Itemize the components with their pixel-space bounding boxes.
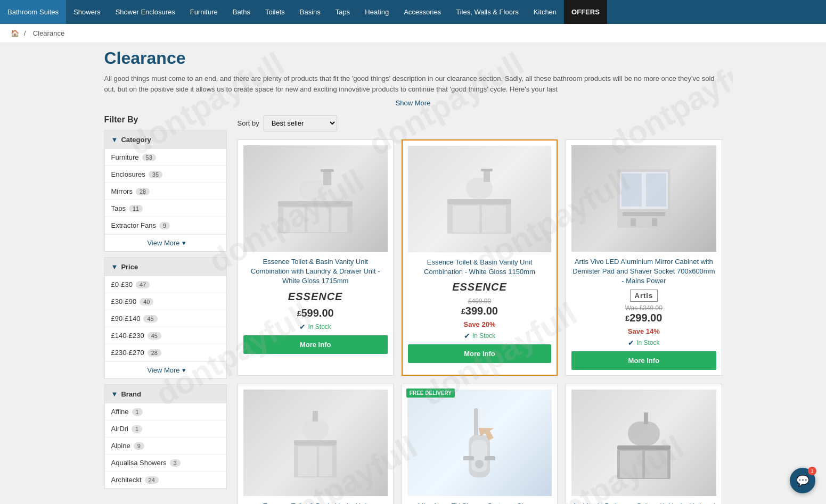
svg-rect-11 <box>482 205 506 233</box>
free-delivery-badge-5: FREE DELIVERY <box>406 389 455 398</box>
filter-section-category: ▼ Category Furniture 53 Enclosures 35 Mi… <box>104 130 227 252</box>
brand-item-alpine[interactable]: Alpine 9 <box>105 437 226 455</box>
product-title-2[interactable]: Essence Toilet & Basin Vanity Unit Combi… <box>408 258 551 277</box>
product-image-6 <box>571 390 716 496</box>
product-was-price-3: Was £349.00 <box>571 304 716 312</box>
more-info-button-3[interactable]: More Info <box>571 351 716 370</box>
svg-point-31 <box>475 460 484 468</box>
svg-rect-38 <box>628 422 660 445</box>
brand-item-architeckt[interactable]: Architeckt 24 <box>105 472 226 489</box>
svg-rect-24 <box>298 447 317 476</box>
product-was-price-2: £499.00 <box>408 298 551 305</box>
chat-badge: 1 <box>808 467 816 475</box>
nav-offers[interactable]: OFFERS <box>564 0 607 24</box>
nav-basins[interactable]: Basins <box>292 0 328 24</box>
more-info-button-1[interactable]: More Info <box>243 335 388 354</box>
products-area: Sort by Best seller Price low to high Pr… <box>238 115 722 504</box>
nav-accessories[interactable]: Accessories <box>396 0 448 24</box>
svg-rect-0 <box>278 201 353 206</box>
breadcrumb-current: Clearance <box>33 29 64 37</box>
nav-toilets[interactable]: Toilets <box>258 0 292 24</box>
price-item-90-140[interactable]: £90-£140 45 <box>105 310 226 327</box>
nav-showers[interactable]: Showers <box>66 0 108 24</box>
category-item-enclosures[interactable]: Enclosures 35 <box>105 166 226 183</box>
product-brand-2: ESSENCE <box>408 281 551 293</box>
brand-label: Brand <box>121 390 141 398</box>
chat-icon: 💬 <box>796 474 809 487</box>
brand-item-affine[interactable]: Affine 1 <box>105 403 226 420</box>
page-description: All good things must come to an end, and… <box>104 73 722 94</box>
product-image-2 <box>408 146 551 252</box>
show-more-link[interactable]: Show More <box>396 99 431 107</box>
svg-rect-7 <box>321 169 334 172</box>
svg-rect-19 <box>623 212 665 216</box>
category-item-taps[interactable]: Taps 11 <box>105 200 226 217</box>
price-item-0-30[interactable]: £0-£30 47 <box>105 276 226 293</box>
breadcrumb-home-link[interactable]: 🏠 <box>11 29 19 37</box>
nav-heating[interactable]: Heating <box>357 0 396 24</box>
sort-label: Sort by <box>238 119 259 127</box>
svg-rect-10 <box>453 205 479 233</box>
more-info-button-2[interactable]: More Info <box>408 344 551 363</box>
product-title-6[interactable]: Architeckt Bathroom Suite with Vanity Un… <box>571 501 716 504</box>
filter-section-brand-header[interactable]: ▼ Brand <box>105 385 226 403</box>
category-view-more-button[interactable]: View More ▾ <box>105 234 226 251</box>
product-title-4[interactable]: Essence Toilet & Basin Vanity Unit Combi… <box>243 501 388 504</box>
product-card-3: Artis Vivo LED Aluminium Mirror Cabinet … <box>566 139 722 376</box>
check-icon-2: ✔ <box>464 332 470 340</box>
svg-rect-2 <box>283 208 305 232</box>
category-item-extractor[interactable]: Extractor Fans 9 <box>105 217 226 234</box>
product-card-6: Architeckt Bathroom Suite with Vanity Un… <box>566 384 722 504</box>
svg-rect-20 <box>631 218 636 226</box>
sort-select[interactable]: Best seller Price low to high Price high… <box>264 115 337 131</box>
sort-bar: Sort by Best seller Price low to high Pr… <box>238 115 722 131</box>
breadcrumb-separator: / <box>24 29 28 37</box>
product-price-area-3: Was £349.00 £299.00 <box>571 304 716 324</box>
category-item-mirrors[interactable]: Mirrors 28 <box>105 183 226 200</box>
nav-tiles[interactable]: Tiles, Walls & Floors <box>448 0 526 24</box>
svg-rect-22 <box>294 440 337 445</box>
svg-rect-3 <box>307 208 329 232</box>
category-label: Category <box>121 136 151 144</box>
svg-rect-18 <box>646 173 666 206</box>
price-view-more-button[interactable]: View More ▾ <box>105 361 226 378</box>
brand-item-airdri[interactable]: AirDri 1 <box>105 420 226 437</box>
filter-section-category-header[interactable]: ▼ Category <box>105 130 226 149</box>
price-item-230-270[interactable]: £230-£270 28 <box>105 344 226 361</box>
brand-item-aqualisa[interactable]: Aqualisa Showers 3 <box>105 455 226 472</box>
product-stock-3: ✔ In Stock <box>571 338 716 347</box>
price-item-30-90[interactable]: £30-£90 40 <box>105 293 226 310</box>
price-item-140-230[interactable]: £140-£230 45 <box>105 327 226 344</box>
nav-kitchen[interactable]: Kitchen <box>526 0 564 24</box>
check-icon-3: ✔ <box>628 338 634 347</box>
nav-taps[interactable]: Taps <box>328 0 357 24</box>
product-current-price-2: £399.00 <box>408 305 551 317</box>
price-label: Price <box>121 263 138 271</box>
chat-button[interactable]: 💬 1 <box>790 468 815 493</box>
svg-rect-36 <box>620 451 642 478</box>
nav-shower-enclosures[interactable]: Shower Enclosures <box>108 0 183 24</box>
svg-rect-37 <box>645 451 667 478</box>
product-card-1: Essence Toilet & Basin Vanity Unit Combi… <box>238 139 394 376</box>
product-title-3[interactable]: Artis Vivo LED Aluminium Mirror Cabinet … <box>571 257 716 286</box>
svg-rect-25 <box>319 447 332 476</box>
svg-rect-32 <box>463 456 474 460</box>
product-brand-1: ESSENCE <box>243 291 388 303</box>
product-brand-3: Artis <box>571 291 716 300</box>
nav-baths[interactable]: Baths <box>225 0 258 24</box>
product-card-5: FREE DELIVERY <box>402 384 558 504</box>
nav-bathroom-suites[interactable]: Bathroom Suites <box>0 0 66 24</box>
product-stock-2: ✔ In Stock <box>408 332 551 340</box>
product-title-1[interactable]: Essence Toilet & Basin Vanity Unit Combi… <box>243 257 388 286</box>
svg-rect-26 <box>302 419 329 440</box>
category-item-furniture[interactable]: Furniture 53 <box>105 149 226 166</box>
page-title: Clearance <box>104 48 722 68</box>
svg-rect-34 <box>617 445 670 450</box>
filter-section-price-header[interactable]: ▼ Price <box>105 258 226 276</box>
product-title-5[interactable]: Mira Atom EV Shower System - Chrome <box>407 501 552 504</box>
brand-arrow-icon: ▼ <box>111 390 118 398</box>
nav-furniture[interactable]: Furniture <box>183 0 225 24</box>
show-more-area: Show More <box>104 98 722 107</box>
svg-rect-8 <box>447 199 511 204</box>
product-image-5 <box>407 390 552 496</box>
